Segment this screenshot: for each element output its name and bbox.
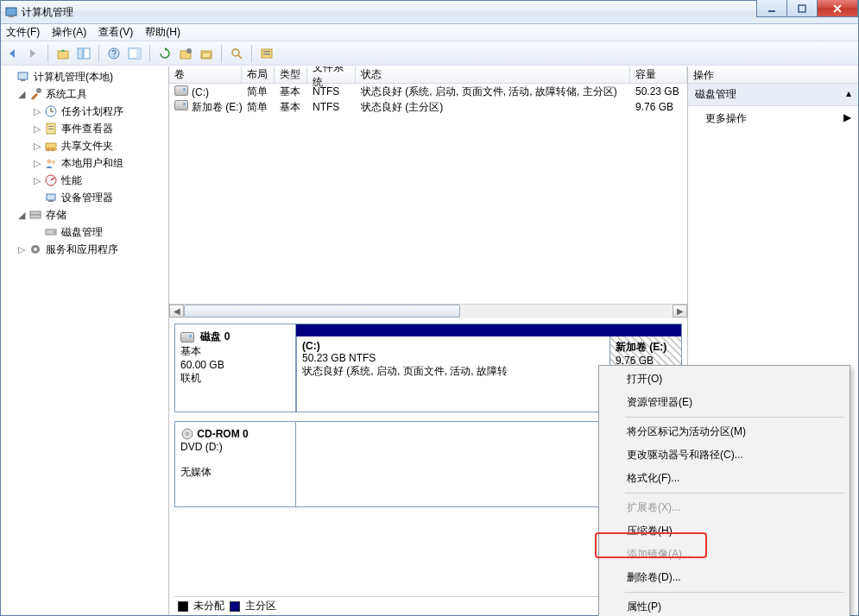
svg-point-12 bbox=[186, 48, 192, 53]
svg-point-26 bbox=[47, 148, 51, 152]
col-filesystem[interactable]: 文件系统 bbox=[307, 66, 356, 83]
close-button[interactable] bbox=[817, 0, 858, 17]
show-hide-tree-button[interactable] bbox=[76, 46, 92, 61]
toolbar: ? bbox=[1, 41, 858, 66]
tree-shared-folders[interactable]: ▷共享文件夹 bbox=[1, 137, 168, 154]
settings-icon[interactable] bbox=[178, 46, 193, 61]
tree-storage[interactable]: ◢存储 bbox=[1, 206, 168, 223]
volume-row[interactable]: (C:) 简单 基本 NTFS 状态良好 (系统, 启动, 页面文件, 活动, … bbox=[169, 84, 687, 99]
svg-point-20 bbox=[36, 88, 41, 93]
drive-icon bbox=[174, 85, 188, 96]
event-icon bbox=[44, 122, 58, 135]
col-volume[interactable]: 卷 bbox=[169, 66, 242, 83]
ctx-properties[interactable]: 属性(P) bbox=[601, 595, 848, 616]
tree-task-scheduler[interactable]: ▷任务计划程序 bbox=[1, 103, 168, 120]
svg-point-14 bbox=[232, 49, 239, 56]
svg-rect-3 bbox=[799, 5, 805, 12]
open-icon[interactable] bbox=[199, 46, 214, 61]
tree-system-tools[interactable]: ◢系统工具 bbox=[1, 85, 168, 103]
menu-action[interactable]: 操作(A) bbox=[52, 25, 86, 40]
scroll-thumb[interactable] bbox=[184, 305, 460, 317]
svg-rect-33 bbox=[30, 211, 41, 215]
actions-header: 操作 bbox=[688, 66, 858, 84]
tree-disk-management[interactable]: 磁盘管理 bbox=[1, 223, 168, 241]
shared-folder-icon bbox=[44, 139, 58, 153]
menu-view[interactable]: 查看(V) bbox=[98, 25, 133, 40]
svg-rect-16 bbox=[263, 51, 270, 53]
collapse-icon: ▴ bbox=[846, 87, 851, 102]
col-layout[interactable]: 布局 bbox=[242, 66, 275, 83]
titlebar[interactable]: 计算机管理 bbox=[1, 1, 858, 24]
svg-rect-10 bbox=[136, 48, 141, 59]
device-icon bbox=[44, 191, 58, 204]
ctx-mirror: 添加镜像(A)... bbox=[601, 543, 848, 566]
scroll-left-button[interactable]: ◀ bbox=[169, 305, 184, 317]
ctx-format[interactable]: 格式化(F)... bbox=[601, 467, 848, 490]
tree-device-manager[interactable]: 设备管理器 bbox=[1, 189, 168, 206]
scroll-right-button[interactable]: ▶ bbox=[673, 305, 687, 317]
disk-icon bbox=[180, 332, 194, 343]
users-icon bbox=[44, 156, 58, 170]
disk-mgmt-icon bbox=[44, 225, 58, 239]
tree-pane[interactable]: 计算机管理(本地) ◢系统工具 ▷任务计划程序 ▷事件查看器 ▷共享文件夹 ▷本… bbox=[1, 66, 169, 615]
tree-event-viewer[interactable]: ▷事件查看器 bbox=[1, 120, 168, 137]
back-button[interactable] bbox=[4, 46, 20, 61]
svg-rect-17 bbox=[263, 53, 270, 55]
legend-primary-label: 主分区 bbox=[245, 599, 276, 613]
svg-point-36 bbox=[54, 231, 55, 233]
tree-services[interactable]: ▷服务和应用程序 bbox=[1, 241, 168, 258]
svg-rect-1 bbox=[9, 16, 14, 17]
legend-unallocated-swatch bbox=[178, 601, 188, 612]
col-type[interactable]: 类型 bbox=[275, 66, 307, 83]
ctx-explorer[interactable]: 资源管理器(E) bbox=[601, 391, 848, 414]
volume-row[interactable]: 新加卷 (E:) 简单 基本 NTFS 状态良好 (主分区) 9.76 GB bbox=[169, 99, 687, 115]
svg-rect-19 bbox=[21, 79, 25, 81]
list-view-icon[interactable] bbox=[259, 46, 275, 61]
minimize-button[interactable] bbox=[756, 0, 787, 17]
ctx-mark-active[interactable]: 将分区标记为活动分区(M) bbox=[601, 420, 848, 443]
menu-file[interactable]: 文件(F) bbox=[6, 25, 40, 40]
svg-point-29 bbox=[52, 160, 55, 164]
svg-rect-4 bbox=[58, 51, 68, 59]
clock-icon bbox=[44, 104, 58, 118]
menu-help[interactable]: 帮助(H) bbox=[145, 25, 180, 40]
ctx-open[interactable]: 打开(O) bbox=[601, 368, 848, 391]
services-icon bbox=[28, 242, 42, 256]
action-list-icon[interactable] bbox=[127, 46, 142, 61]
ctx-extend: 扩展卷(X)... bbox=[601, 496, 848, 519]
window-title: 计算机管理 bbox=[22, 5, 73, 20]
actions-title[interactable]: 磁盘管理▴ bbox=[688, 84, 858, 106]
partition-c[interactable]: (C:) 50.23 GB NTFS 状态良好 (系统, 启动, 页面文件, 活… bbox=[296, 336, 610, 412]
svg-rect-34 bbox=[30, 215, 41, 218]
disk-0-info: 磁盘 0 基本 60.00 GB 联机 bbox=[175, 324, 296, 412]
help-icon[interactable]: ? bbox=[106, 46, 122, 61]
svg-rect-31 bbox=[47, 194, 55, 200]
svg-point-38 bbox=[34, 248, 37, 251]
svg-rect-5 bbox=[78, 48, 83, 59]
up-button[interactable] bbox=[55, 46, 71, 61]
ctx-change-drive[interactable]: 更改驱动器号和路径(C)... bbox=[601, 443, 848, 467]
chevron-right-icon: ▶ bbox=[843, 111, 851, 126]
col-status[interactable]: 状态 bbox=[356, 66, 630, 83]
horizontal-scrollbar[interactable]: ◀ ▶ bbox=[169, 304, 687, 318]
app-icon bbox=[4, 5, 18, 19]
drive-icon bbox=[174, 100, 188, 110]
svg-point-40 bbox=[186, 433, 189, 436]
actions-more[interactable]: 更多操作▶ bbox=[688, 106, 858, 131]
col-capacity[interactable]: 容量 bbox=[630, 66, 687, 83]
tree-local-users[interactable]: ▷本地用户和组 bbox=[1, 154, 168, 172]
context-menu: 打开(O) 资源管理器(E) 将分区标记为活动分区(M) 更改驱动器号和路径(C… bbox=[598, 365, 850, 616]
cdrom-info: CD-ROM 0 DVD (D:) 无媒体 bbox=[175, 422, 296, 506]
find-icon[interactable] bbox=[229, 46, 244, 61]
svg-text:?: ? bbox=[111, 49, 117, 59]
tree-performance[interactable]: ▷性能 bbox=[1, 172, 168, 189]
forward-button[interactable] bbox=[25, 46, 41, 61]
ctx-shrink[interactable]: 压缩卷(H)... bbox=[601, 519, 848, 543]
disk-header-bar bbox=[296, 324, 681, 336]
ctx-delete[interactable]: 删除卷(D)... bbox=[601, 566, 848, 589]
refresh-icon[interactable] bbox=[157, 46, 173, 61]
maximize-button[interactable] bbox=[786, 0, 818, 17]
legend-unallocated-label: 未分配 bbox=[193, 599, 224, 613]
volume-list: 卷 布局 类型 文件系统 状态 容量 (C:) 简单 基本 NTFS 状态良好 … bbox=[169, 66, 687, 318]
tree-root[interactable]: 计算机管理(本地) bbox=[1, 68, 168, 85]
